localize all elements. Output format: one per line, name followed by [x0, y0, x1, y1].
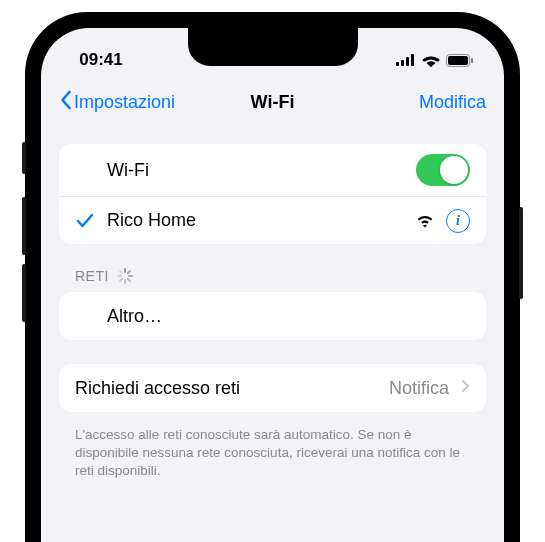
svg-rect-0 — [396, 62, 399, 66]
ask-label: Richiedi accesso reti — [75, 378, 377, 399]
nav-bar: Impostazioni Wi-Fi Modifica — [41, 78, 504, 126]
notch — [188, 28, 358, 66]
volume-up — [22, 197, 26, 255]
chevron-right-icon — [461, 379, 470, 397]
phone-frame: 09:41 Impostazioni Wi-Fi — [25, 12, 520, 542]
networks-group: Altro… — [59, 292, 486, 340]
chevron-left-icon — [59, 90, 72, 115]
wifi-signal-icon — [416, 214, 434, 228]
status-indicators — [396, 54, 474, 67]
networks-header-label: Reti — [75, 268, 109, 284]
ask-to-join-row[interactable]: Richiedi accesso reti Notifica — [59, 364, 486, 412]
ask-value: Notifica — [389, 378, 449, 399]
info-button[interactable]: i — [446, 209, 470, 233]
page-title: Wi-Fi — [251, 92, 295, 113]
svg-rect-2 — [406, 57, 409, 66]
content: Wi-Fi Rico Home i Reti — [41, 126, 504, 481]
wifi-toggle-row: Wi-Fi — [59, 144, 486, 196]
mute-switch — [22, 142, 26, 174]
ask-footer: L'accesso alle reti conosciute sarà auto… — [59, 418, 486, 481]
other-network-row[interactable]: Altro… — [59, 292, 486, 340]
svg-rect-5 — [448, 56, 468, 65]
back-label: Impostazioni — [74, 92, 175, 113]
battery-icon — [446, 54, 474, 67]
connected-network-row[interactable]: Rico Home i — [59, 196, 486, 244]
svg-rect-3 — [411, 54, 414, 66]
status-time: 09:41 — [71, 50, 131, 70]
power-button — [519, 207, 523, 299]
checkmark-icon — [75, 213, 95, 229]
other-label: Altro… — [107, 306, 470, 327]
wifi-toggle[interactable] — [416, 154, 470, 186]
networks-header: Reti — [59, 268, 486, 292]
wifi-status-icon — [422, 54, 440, 67]
spinner-icon — [117, 268, 133, 284]
back-button[interactable]: Impostazioni — [59, 90, 175, 115]
volume-down — [22, 264, 26, 322]
connected-network-name: Rico Home — [107, 210, 404, 231]
svg-rect-6 — [471, 58, 473, 63]
wifi-label: Wi-Fi — [107, 160, 404, 181]
edit-button[interactable]: Modifica — [419, 92, 486, 113]
screen: 09:41 Impostazioni Wi-Fi — [41, 28, 504, 542]
wifi-group: Wi-Fi Rico Home i — [59, 144, 486, 244]
svg-rect-1 — [401, 60, 404, 66]
cellular-icon — [396, 54, 416, 66]
ask-group: Richiedi accesso reti Notifica — [59, 364, 486, 412]
